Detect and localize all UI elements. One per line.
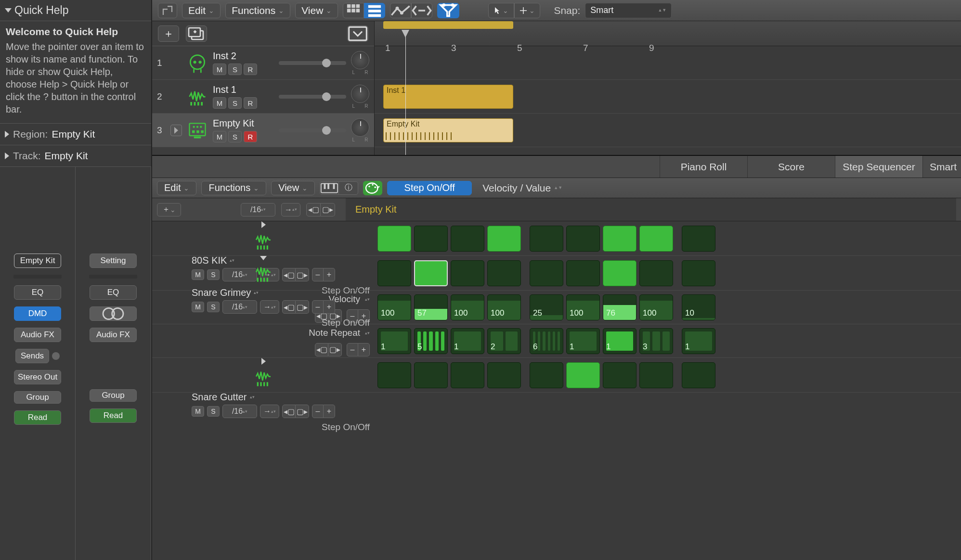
row-step-rate[interactable]: /16 ▴▾ (222, 405, 257, 418)
tab-step-sequencer[interactable]: Step Sequencer (835, 156, 922, 178)
track-header-row[interactable]: 1Inst 2MSRLR (152, 46, 374, 80)
setting-button[interactable]: Setting (90, 254, 137, 268)
record-enable-button[interactable]: R (244, 97, 257, 109)
track-lane[interactable]: Empty Kit (375, 114, 961, 147)
row-step-decrease[interactable]: ◂▢ (282, 405, 296, 418)
row-step-rate[interactable]: /16 ▴▾ (222, 300, 257, 314)
automation-button[interactable] (390, 3, 411, 18)
catch-playhead-button[interactable] (158, 3, 177, 18)
step-cell[interactable] (414, 226, 448, 252)
tab-smart[interactable]: Smart (922, 156, 961, 178)
step-cell[interactable] (530, 362, 563, 388)
quick-help-header[interactable]: Quick Help (0, 0, 151, 21)
functions-menu[interactable]: Functions⌄ (225, 3, 290, 18)
pattern-region[interactable]: Empty Kit (383, 118, 513, 142)
step-cell[interactable] (451, 260, 484, 286)
eq-button[interactable]: EQ (90, 285, 137, 300)
step-cell[interactable] (414, 260, 448, 286)
audio-fx-slot[interactable]: Audio FX (14, 328, 61, 342)
velocity-cell[interactable]: 25 (530, 294, 563, 320)
step-cell[interactable] (603, 260, 636, 286)
solo-button[interactable]: S (228, 64, 242, 75)
step-cell[interactable] (377, 362, 411, 388)
row-playback-mode[interactable]: → ▴▾ (260, 405, 279, 418)
noterepeat-cell[interactable]: 3 (639, 328, 673, 354)
tab-piano-roll[interactable]: Piano Roll (660, 156, 747, 178)
step-cell[interactable] (487, 362, 521, 388)
send-knob[interactable] (52, 352, 60, 360)
stepper-icon[interactable]: ▴▾ (254, 291, 259, 295)
playback-mode-button[interactable]: → ▴▾ (281, 203, 300, 216)
flex-button[interactable] (411, 3, 432, 18)
step-cell[interactable] (603, 226, 636, 252)
step-cell[interactable] (487, 226, 521, 252)
sends-slot[interactable]: Sends (15, 349, 49, 363)
volume-slider[interactable] (279, 61, 346, 65)
add-row-button[interactable]: ＋ ⌄ (157, 203, 181, 216)
channel-strip-name[interactable]: Empty Kit (14, 254, 61, 268)
velocity-cell[interactable]: 100 (566, 294, 600, 320)
step-cell[interactable] (566, 260, 600, 286)
record-enable-button[interactable]: R (244, 64, 257, 75)
mute-button[interactable]: M (192, 406, 204, 417)
row-decrement[interactable]: – (347, 343, 358, 356)
track-instrument-icon[interactable] (187, 52, 208, 74)
stereo-slot[interactable] (90, 306, 137, 321)
velocity-cell[interactable]: 100 (487, 294, 521, 320)
step-rate-selector[interactable]: /16 ▴▾ (241, 203, 275, 216)
pan-knob[interactable] (351, 85, 369, 103)
track-inspector-row[interactable]: Track: Empty Kit (0, 145, 151, 167)
disclosure-triangle-icon[interactable] (5, 8, 12, 13)
view-menu[interactable]: View⌄ (271, 181, 315, 195)
noterepeat-cell[interactable]: 1 (566, 328, 600, 354)
midi-region[interactable]: Inst 1 (383, 85, 513, 109)
step-cell[interactable] (682, 260, 715, 286)
eq-button[interactable]: EQ (14, 285, 61, 300)
filter-button[interactable] (437, 3, 459, 18)
edit-menu[interactable]: Edit⌄ (182, 3, 221, 18)
step-cell[interactable] (377, 226, 411, 252)
track-instrument-icon[interactable] (187, 120, 208, 141)
mute-button[interactable]: M (192, 302, 204, 312)
track-header-row[interactable]: 2Inst 1MSRLR (152, 80, 374, 114)
row-playback-mode[interactable]: → ▴▾ (260, 300, 279, 314)
noterepeat-cell[interactable]: 1 (377, 328, 411, 354)
solo-button[interactable]: S (228, 97, 242, 109)
bars-view-button[interactable] (364, 3, 385, 18)
functions-menu[interactable]: Functions⌄ (201, 181, 266, 195)
noterepeat-cell[interactable]: 1 (682, 328, 715, 354)
stepper-icon[interactable]: ▴▾ (365, 331, 370, 335)
disclosure-triangle-icon[interactable] (5, 153, 9, 159)
solo-button[interactable]: S (207, 406, 220, 417)
row-step-increase[interactable]: ▢▸ (296, 300, 309, 314)
step-cell[interactable] (414, 362, 448, 388)
midi-keyboard-button[interactable] (320, 181, 339, 195)
edit-menu[interactable]: Edit⌄ (157, 181, 196, 195)
stepper-icon[interactable]: ▴▾ (365, 297, 370, 302)
pan-knob[interactable] (351, 51, 369, 69)
step-onoff-mode[interactable]: Step On/Off (387, 181, 472, 195)
timeline-ruler[interactable]: 13579 (375, 21, 961, 46)
track-instrument-icon[interactable] (187, 86, 208, 107)
step-cell[interactable] (682, 226, 715, 252)
noterepeat-cell[interactable]: 2 (487, 328, 521, 354)
snap-menu[interactable]: Smart ▲▼ (585, 3, 672, 18)
step-cell[interactable] (377, 260, 411, 286)
pointer-tool[interactable]: ⌄ (488, 3, 514, 18)
step-cell[interactable] (451, 362, 484, 388)
volume-slider[interactable] (279, 95, 346, 99)
row-increment[interactable]: + (358, 343, 370, 356)
velocity-value-mode[interactable]: Velocity / Value ▲▼ (482, 182, 562, 194)
row-step-increase[interactable]: ▢▸ (328, 343, 342, 356)
track-play-button[interactable] (170, 125, 182, 136)
seq-row-header[interactable]: Snare Grimey▴▾MS/16 ▴▾→ ▴▾◂▢▢▸–+Step On/… (152, 256, 375, 291)
alt-tool[interactable]: ⌄ (514, 3, 540, 18)
row-decrement[interactable]: – (312, 300, 324, 314)
global-tracks-button[interactable] (347, 25, 368, 42)
view-menu[interactable]: View⌄ (295, 3, 338, 18)
grid-view-button[interactable] (343, 3, 364, 18)
arrange-area[interactable]: 13579 Inst 1 Empty Kit (375, 21, 961, 155)
region-inspector-row[interactable]: Region: Empty Kit (0, 124, 151, 145)
step-cell[interactable] (487, 260, 521, 286)
row-instrument-icon[interactable] (254, 369, 273, 388)
